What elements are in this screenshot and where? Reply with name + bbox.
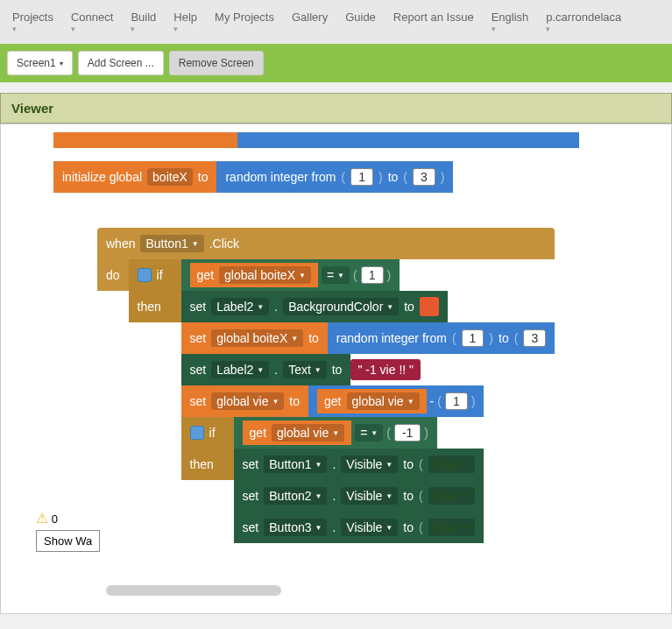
block-random-int-2[interactable]: random integer from (1) to (3 (328, 322, 555, 354)
menu-projects[interactable]: Projects▾ (4, 7, 62, 37)
if-gear-icon-2[interactable] (190, 426, 204, 440)
block-init-global[interactable]: initialize global boiteX to random integ… (53, 161, 453, 193)
warning-count: 0 (52, 512, 58, 526)
block-compare-eq[interactable]: get global boiteX▼ =▼ (1) (181, 259, 400, 291)
color-value[interactable] (420, 297, 439, 316)
var-global-boitex[interactable]: global boiteX▼ (219, 266, 311, 284)
block-set-btn2-visible[interactable]: set Button2▼. Visible▼ to (false▼ (234, 480, 485, 512)
block-set-text[interactable]: set Label2▼. Text▼ to (181, 354, 351, 385)
menu-english[interactable]: English▾ (483, 7, 538, 37)
warnings-area: ⚠ 0 Show Wa (36, 510, 100, 552)
block-set-btn1-visible[interactable]: set Button1▼. Visible▼ to (false▼ (234, 449, 485, 480)
blocks-viewer[interactable]: initialize global boiteX to random integ… (0, 124, 672, 614)
horizontal-scrollbar[interactable] (106, 585, 281, 596)
block-when-click[interactable]: when Button1▼ .Click do if get global bo… (97, 228, 555, 543)
block-compare-eq-2[interactable]: get global vie▼ =▼ (-1) (234, 417, 437, 449)
menu-guide[interactable]: Guide (336, 7, 385, 37)
menu-help[interactable]: Help▾ (165, 7, 206, 37)
if-gear-icon[interactable] (138, 268, 152, 282)
screen-toolbar: Screen1▾ Add Screen ... Remove Screen (0, 44, 672, 82)
warning-icon: ⚠ (36, 511, 48, 526)
menu-gallery[interactable]: Gallery (283, 7, 336, 37)
block-math-minus[interactable]: get global vie▼ - (1) (308, 385, 484, 417)
block-set-vie[interactable]: set global vie▼ to (181, 385, 308, 417)
menu-user[interactable]: p.carrondelaca▾ (537, 7, 630, 37)
bool-false[interactable]: false▼ (428, 456, 476, 473)
menu-report-issue[interactable]: Report an Issue (385, 7, 483, 37)
viewer-panel-header: Viewer (0, 93, 672, 124)
remove-screen-button[interactable]: Remove Screen (169, 51, 264, 75)
string-literal[interactable]: " -1 vie !! " (350, 359, 421, 380)
top-menu: Projects▾ Connect▾ Build▾ Help▾ My Proje… (0, 0, 672, 44)
screen-select[interactable]: Screen1▾ (7, 51, 73, 75)
op-eq[interactable]: =▼ (322, 266, 350, 284)
var-name[interactable]: boiteX (147, 168, 193, 186)
block-set-btn3-visible[interactable]: set Button3▼. Visible▼ to (false▼ (234, 512, 485, 543)
menu-build[interactable]: Build▾ (122, 7, 165, 37)
block-get[interactable]: get global boiteX▼ (190, 263, 318, 287)
menu-my-projects[interactable]: My Projects (206, 7, 283, 37)
block-set-bgcolor[interactable]: set Label2▼. BackgroundColor▼ to (181, 291, 448, 322)
block-set-boitex[interactable]: set global boiteX▼ to (181, 322, 328, 354)
show-warnings-button[interactable]: Show Wa (36, 530, 100, 552)
add-screen-button[interactable]: Add Screen ... (78, 51, 164, 75)
menu-connect[interactable]: Connect▾ (62, 7, 122, 37)
block-random-int[interactable]: random integer from (1) to (3) (216, 161, 453, 193)
component-button1[interactable]: Button1▼ (140, 235, 203, 252)
